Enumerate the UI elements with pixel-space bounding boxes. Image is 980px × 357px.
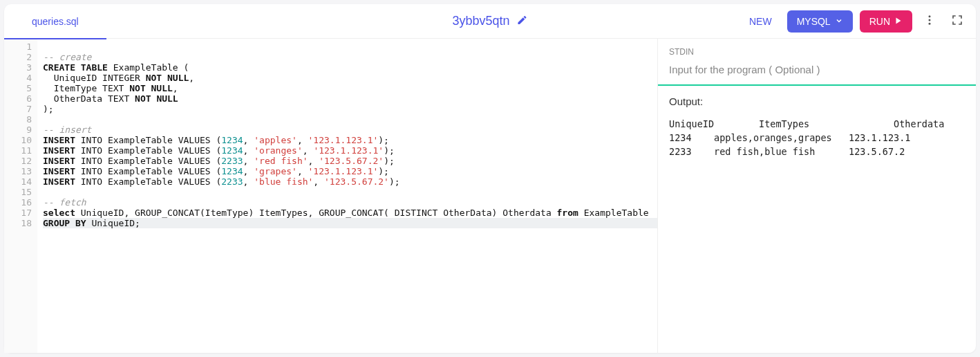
code-line[interactable]: -- insert	[43, 125, 657, 135]
stdin-label: STDIN	[669, 47, 965, 57]
fullscreen-icon	[951, 14, 963, 28]
toolbar: queries.sql 3ybbv5qtn NEW MYSQL RUN	[4, 4, 976, 39]
line-number: 14	[4, 176, 32, 187]
code-line[interactable]: UniqueID INTEGER NOT NULL,	[43, 73, 657, 83]
lang-select-label: MYSQL	[797, 16, 831, 27]
line-number: 5	[4, 83, 32, 93]
line-number: 15	[4, 187, 32, 197]
file-tab[interactable]: queries.sql	[4, 5, 106, 39]
line-number: 17	[4, 208, 32, 218]
line-number: 10	[4, 135, 32, 145]
line-number: 2	[4, 52, 32, 62]
stdin-input[interactable]	[669, 64, 965, 75]
code-editor[interactable]: 123456789101112131415161718 -- createCRE…	[4, 39, 658, 353]
code-line[interactable]: -- fetch	[43, 197, 657, 208]
code-line[interactable]: select UniqueID, GROUP_CONCAT(ItemType) …	[43, 208, 657, 218]
fullscreen-button[interactable]	[947, 10, 968, 33]
lang-select-button[interactable]: MYSQL	[787, 10, 853, 33]
code-line[interactable]: );	[43, 104, 657, 114]
code-line[interactable]	[43, 114, 657, 125]
line-number: 4	[4, 73, 32, 83]
line-number: 9	[4, 125, 32, 135]
file-tab-label: queries.sql	[32, 16, 79, 27]
run-button[interactable]: RUN	[860, 10, 912, 33]
toolbar-right: NEW MYSQL RUN	[741, 10, 968, 33]
code-line[interactable]: INSERT INTO ExampleTable VALUES (2233, '…	[43, 176, 657, 187]
output-label: Output:	[669, 95, 965, 107]
code-line[interactable]: INSERT INTO ExampleTable VALUES (1234, '…	[43, 145, 657, 156]
svg-marker-0	[896, 17, 901, 24]
svg-point-2	[929, 19, 931, 21]
code-line[interactable]: GROUP BY UniqueID;	[43, 218, 657, 228]
code-line[interactable]: CREATE TABLE ExampleTable (	[43, 62, 657, 73]
code-line[interactable]	[43, 187, 657, 197]
code-content[interactable]: -- createCREATE TABLE ExampleTable ( Uni…	[37, 39, 657, 353]
more-vertical-icon	[923, 14, 936, 28]
code-line[interactable]: ItemType TEXT NOT NULL,	[43, 83, 657, 93]
new-button[interactable]: NEW	[741, 10, 780, 33]
play-icon	[894, 16, 903, 27]
output-text: UniqueID ItemTypes Otherdata 1234 apples…	[669, 117, 965, 158]
app-container: queries.sql 3ybbv5qtn NEW MYSQL RUN	[4, 4, 976, 353]
line-number: 8	[4, 114, 32, 125]
run-button-label: RUN	[869, 16, 890, 27]
output-section: Output: UniqueID ItemTypes Otherdata 123…	[658, 86, 976, 353]
title-wrap: 3ybbv5qtn	[452, 14, 527, 28]
line-number: 18	[4, 218, 32, 228]
svg-point-1	[929, 15, 931, 17]
line-number: 1	[4, 42, 32, 52]
line-number: 11	[4, 145, 32, 156]
line-number: 7	[4, 104, 32, 114]
page-title: 3ybbv5qtn	[452, 14, 509, 28]
new-button-label: NEW	[749, 16, 772, 27]
main-area: 123456789101112131415161718 -- createCRE…	[4, 39, 976, 353]
code-line[interactable]: INSERT INTO ExampleTable VALUES (2233, '…	[43, 156, 657, 166]
code-line[interactable]: -- create	[43, 52, 657, 62]
code-line[interactable]: INSERT INTO ExampleTable VALUES (1234, '…	[43, 166, 657, 176]
line-gutter: 123456789101112131415161718	[4, 39, 37, 353]
more-button[interactable]	[919, 10, 940, 33]
line-number: 12	[4, 156, 32, 166]
line-number: 6	[4, 93, 32, 104]
line-number: 3	[4, 62, 32, 73]
edit-icon[interactable]	[517, 15, 528, 28]
line-number: 16	[4, 197, 32, 208]
line-number: 13	[4, 166, 32, 176]
right-panel: STDIN Output: UniqueID ItemTypes Otherda…	[658, 39, 976, 353]
code-line[interactable]: INSERT INTO ExampleTable VALUES (1234, '…	[43, 135, 657, 145]
code-line[interactable]	[43, 42, 657, 52]
stdin-section: STDIN	[658, 39, 976, 86]
svg-point-3	[929, 23, 931, 25]
chevron-down-icon	[835, 16, 843, 27]
code-line[interactable]: OtherData TEXT NOT NULL	[43, 93, 657, 104]
